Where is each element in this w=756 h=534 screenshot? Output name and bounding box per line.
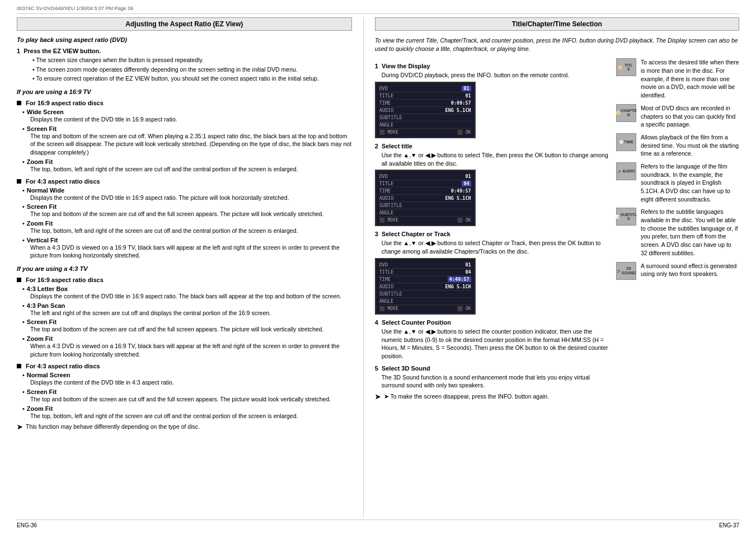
audio-icon-text: Refers to the language of the film sound…: [641, 162, 739, 203]
vertical-fit-item: •Vertical Fit When a 4:3 DVD is viewed o…: [22, 237, 352, 260]
group-16-9-header: For 16:9 aspect ratio discs: [17, 100, 352, 106]
screen3-row-subtitle: SUBTITLE: [379, 291, 471, 298]
screen2-footer: ⬛ MOVE⬛ OK: [379, 218, 471, 223]
step-1-text: During DVD/CD playback, press the INFO. …: [382, 71, 611, 79]
right-two-col: 1 View the Display During DVD/CD playbac…: [375, 58, 739, 403]
page-number-left: ENG-36: [17, 522, 37, 528]
right-section-title: Title/Chapter/Time Selection: [375, 17, 739, 31]
screen-fit-item-1: •Screen Fit The top and bottom of the sc…: [22, 125, 352, 157]
screen2-row-time: TIME0:49:57: [379, 188, 471, 195]
time-icon: 🕐 TIME: [616, 133, 636, 151]
square-bullet-icon-2: [17, 179, 21, 184]
note-screen-text: ➤ To make the screen disappear, press th…: [384, 393, 549, 400]
screen-fit-item-4: •Screen Fit The top and bottom of the sc…: [22, 388, 352, 404]
step-3: 3 Select Chapter or Track: [375, 231, 611, 237]
step1-bullet1: The screen size changes when the button …: [32, 56, 352, 64]
zoom-fit-item-1: •Zoom Fit The top, bottom, left and righ…: [22, 158, 352, 174]
icon-3dsound-row: 🔈 3D SOUND A surround sound effect is ge…: [616, 262, 739, 280]
page-footer: ENG-36 ENG-37: [17, 519, 739, 528]
group-16-9-4-3tv-header: For 16:9 aspect ratio discs: [17, 277, 352, 283]
icon-time-row: 🕐 TIME Allows playback of the film from …: [616, 133, 739, 158]
icon-title-row: 📀 TITL E To access the desired title whe…: [616, 58, 739, 99]
step-2-text: Use the ▲,▼ or ◀,▶ buttons to select Tit…: [382, 151, 611, 167]
step1-bullet2: The screen zoom mode operates differentl…: [32, 65, 352, 74]
dvd-screen-3: DVD01 TITLE04 TIME4:49:57 AUDIOENG 5.1CH: [375, 258, 476, 315]
left-section-title: Adjusting the Aspect Ratio (EZ View): [17, 17, 352, 31]
screen3-row-angle: ANGLE: [379, 298, 471, 305]
zoom-fit-item-4: •Zoom Fit The top, bottom, left and righ…: [22, 405, 352, 420]
square-bullet-icon: [17, 101, 21, 105]
screen1-row-angle: ANGLE: [379, 121, 471, 129]
dvd-screen-1: DVD01 TITLE01 TIME0:09:57 AUDIOENG 5.1CH: [375, 82, 476, 138]
screen-fit-item-2: •Screen Fit The top and bottom of the sc…: [22, 203, 352, 218]
icon-subtitle-row: 📝 SUBTITL E Refers to the subtitle langu…: [616, 208, 739, 257]
group-4-3-4-3tv-header: For 4:3 aspect ratio discs: [17, 363, 352, 369]
page-container: 00374C SV-DVD440/XEU 1/30/04 5:07 PM Pag…: [0, 0, 756, 534]
step-5: 5 Select 3D Sound: [375, 365, 611, 372]
screen3-row-audio: AUDIOENG 5.1CH: [379, 283, 471, 291]
screen1-row-time: TIME0:09:57: [379, 100, 471, 107]
right-column: Title/Chapter/Time Selection To view the…: [364, 17, 739, 517]
screen2-row-audio: AUDIOENG 5.1CH: [379, 195, 471, 202]
subsection2-title: If you are using a 16:9 TV: [17, 88, 352, 95]
3dsound-icon-text: A surround sound effect is generated usi…: [641, 262, 739, 278]
time-icon-text: Allows playback of the film from a desir…: [641, 133, 739, 158]
columns: Adjusting the Aspect Ratio (EZ View) To …: [17, 17, 739, 517]
panscan-item: •4:3 Pan Scan The left and right of the …: [22, 302, 352, 317]
screen3-row-time: TIME4:49:57: [379, 276, 471, 283]
wide-screen-item: •Wide Screen Displays the content of the…: [22, 109, 352, 124]
subsection3-title: If you are using a 4:3 TV: [17, 265, 352, 272]
square-bullet-icon-3: [17, 278, 21, 282]
print-header-text: 00374C SV-DVD440/XEU 1/30/04 5:07 PM Pag…: [17, 6, 133, 11]
page-number-right: ENG-37: [719, 522, 739, 528]
screen1-row-title: TITLE01: [379, 92, 471, 100]
subtitle-icon: 📝 SUBTITL E: [616, 208, 636, 226]
normal-screen-item: •Normal Screen Displays the content of t…: [22, 372, 352, 387]
note-screen-disappear: ➤ ➤ To make the screen disappear, press …: [375, 393, 611, 401]
icon-audio-row: 🔊 AUDIO Refers to the language of the fi…: [616, 162, 739, 203]
audio-icon: 🔊 AUDIO: [616, 162, 636, 180]
zoom-fit-item-2: •Zoom Fit The top, bottom, left and righ…: [22, 220, 352, 235]
screen3-footer: ⬛ MOVE⬛ OK: [379, 306, 471, 311]
note-function-text: This function may behave differently dep…: [26, 423, 200, 430]
title-icon-text: To access the desired title when there i…: [641, 58, 739, 99]
zoom-fit-item-3: •Zoom Fit When a 4:3 DVD is viewed on a …: [22, 335, 352, 358]
note-function: ➤ This function may behave differently d…: [17, 423, 352, 431]
arrow-icon: ➤: [17, 423, 22, 431]
arrow-icon-2: ➤: [375, 393, 381, 401]
screen3-row-title: TITLE04: [379, 269, 471, 276]
screen3-row-dvd: DVD01: [379, 261, 471, 269]
right-intro-text: To view the current Title, Chapter/Track…: [375, 36, 739, 53]
subtitle-icon-text: Refers to the subtitle languages availab…: [641, 208, 739, 257]
chapter-icon: 📀 CHAPTE R: [616, 104, 636, 122]
screen-fit-item-3: •Screen Fit The top and bottom of the sc…: [22, 318, 352, 334]
step-1: 1 View the Display: [375, 63, 611, 69]
screen1-footer: ⬛ MOVE⬛ OK: [379, 130, 471, 135]
left-column: Adjusting the Aspect Ratio (EZ View) To …: [17, 17, 364, 517]
step-4: 4 Select Counter Position: [375, 319, 611, 326]
icon-chapter-row: 📀 CHAPTE R Most of DVD discs are recorde…: [616, 104, 739, 129]
step-5-text: The 3D Sound function is a sound enhance…: [382, 373, 611, 390]
screen1-row-audio: AUDIOENG 5.1CH: [379, 107, 471, 114]
screen2-row-angle: ANGLE: [379, 209, 471, 217]
screen2-row-title: TITLE04: [379, 180, 471, 188]
title-icon: 📀 TITL E: [616, 58, 636, 76]
dvd-screen-2: DVD01 TITLE04 TIME0:49:57 AUDIOENG 5.1CH: [375, 170, 476, 226]
step1-label: 1 Press the EZ VIEW button.: [17, 48, 352, 54]
normal-wide-item: •Normal Wide Displays the content of the…: [22, 187, 352, 202]
step-4-text: Use the ▲,▼ or ◀,▶ buttons to select the…: [382, 327, 611, 360]
square-bullet-icon-4: [17, 364, 21, 368]
right-sidebar: 📀 TITL E To access the desired title whe…: [616, 58, 739, 403]
right-main: 1 View the Display During DVD/CD playbac…: [375, 58, 611, 403]
screen2-row-dvd: DVD01: [379, 173, 471, 180]
letterbox-item: •4:3 Letter Box Displays the content of …: [22, 285, 352, 301]
screen1-row-subtitle: SUBTITLE: [379, 114, 471, 121]
step1-bullet3: To ensure correct operation of the EZ VI…: [32, 74, 352, 83]
step-2: 2 Select title: [375, 143, 611, 149]
screen2-row-subtitle: SUBTITLE: [379, 202, 471, 209]
step-3-text: Use the ▲,▼ or ◀,▶ buttons to select Cha…: [382, 239, 611, 255]
screen1-row-dvd: DVD01: [379, 85, 471, 92]
3dsound-icon: 🔈 3D SOUND: [616, 262, 636, 280]
subsection1-title: To play back using aspect ratio (DVD): [17, 36, 352, 43]
print-header: 00374C SV-DVD440/XEU 1/30/04 5:07 PM Pag…: [17, 6, 739, 14]
